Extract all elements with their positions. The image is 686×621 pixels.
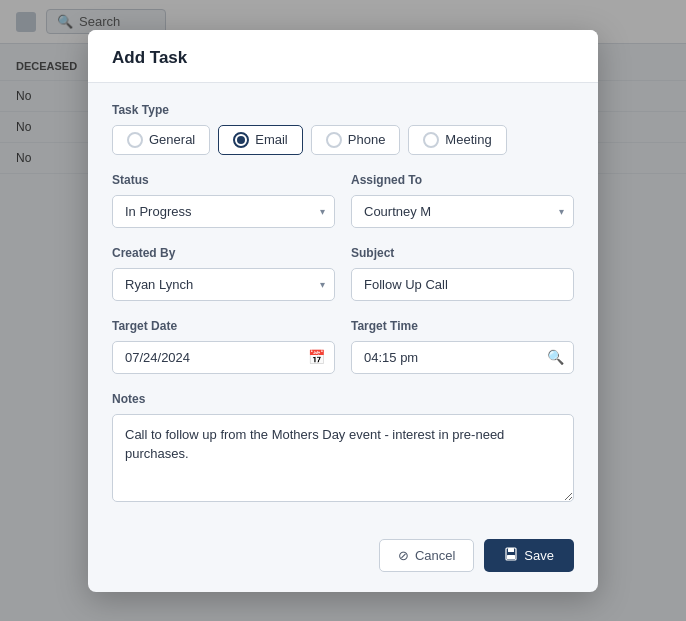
task-type-general[interactable]: General	[112, 125, 210, 155]
target-date-input-wrapper: 📅	[112, 341, 335, 374]
notes-textarea[interactable]	[112, 414, 574, 502]
task-type-section: Task Type General Email Phone	[112, 103, 574, 155]
status-select[interactable]: In Progress	[112, 195, 335, 228]
general-radio	[127, 132, 143, 148]
status-assigned-row: Status In Progress ▾ Assigned To Courtne…	[112, 173, 574, 228]
modal-body: Task Type General Email Phone	[88, 83, 598, 525]
target-date-input[interactable]	[112, 341, 335, 374]
cancel-icon: ⊘	[398, 548, 409, 563]
created-by-label: Created By	[112, 246, 335, 260]
task-type-label: Task Type	[112, 103, 574, 117]
target-time-input[interactable]	[351, 341, 574, 374]
cancel-button[interactable]: ⊘ Cancel	[379, 539, 474, 572]
modal-title: Add Task	[112, 48, 187, 67]
svg-rect-1	[508, 548, 514, 552]
email-label: Email	[255, 132, 288, 147]
assigned-to-select-wrapper: Courtney M ▾	[351, 195, 574, 228]
phone-radio	[326, 132, 342, 148]
target-time-input-wrapper: 🔍	[351, 341, 574, 374]
meeting-radio	[423, 132, 439, 148]
cancel-label: Cancel	[415, 548, 455, 563]
meeting-label: Meeting	[445, 132, 491, 147]
task-type-meeting[interactable]: Meeting	[408, 125, 506, 155]
status-select-wrapper: In Progress ▾	[112, 195, 335, 228]
task-type-phone[interactable]: Phone	[311, 125, 401, 155]
created-by-group: Created By Ryan Lynch ▾	[112, 246, 335, 301]
subject-input[interactable]	[351, 268, 574, 301]
svg-rect-2	[507, 555, 515, 559]
assigned-to-group: Assigned To Courtney M ▾	[351, 173, 574, 228]
modal-header: Add Task	[88, 30, 598, 83]
save-icon	[504, 547, 518, 564]
subject-label: Subject	[351, 246, 574, 260]
target-time-label: Target Time	[351, 319, 574, 333]
date-time-row: Target Date 📅 Target Time 🔍	[112, 319, 574, 374]
modal-footer: ⊘ Cancel Save	[88, 525, 598, 592]
target-time-group: Target Time 🔍	[351, 319, 574, 374]
assigned-to-label: Assigned To	[351, 173, 574, 187]
created-by-select[interactable]: Ryan Lynch	[112, 268, 335, 301]
target-date-group: Target Date 📅	[112, 319, 335, 374]
save-button[interactable]: Save	[484, 539, 574, 572]
notes-label: Notes	[112, 392, 574, 406]
general-label: General	[149, 132, 195, 147]
created-by-select-wrapper: Ryan Lynch ▾	[112, 268, 335, 301]
add-task-modal: Add Task Task Type General Email	[88, 30, 598, 592]
email-radio	[233, 132, 249, 148]
target-date-label: Target Date	[112, 319, 335, 333]
modal-overlay: Add Task Task Type General Email	[0, 0, 686, 621]
save-label: Save	[524, 548, 554, 563]
status-label: Status	[112, 173, 335, 187]
subject-group: Subject	[351, 246, 574, 301]
created-subject-row: Created By Ryan Lynch ▾ Subject	[112, 246, 574, 301]
status-group: Status In Progress ▾	[112, 173, 335, 228]
assigned-to-select[interactable]: Courtney M	[351, 195, 574, 228]
task-type-email[interactable]: Email	[218, 125, 303, 155]
task-type-options: General Email Phone Meeting	[112, 125, 574, 155]
notes-group: Notes	[112, 392, 574, 505]
phone-label: Phone	[348, 132, 386, 147]
